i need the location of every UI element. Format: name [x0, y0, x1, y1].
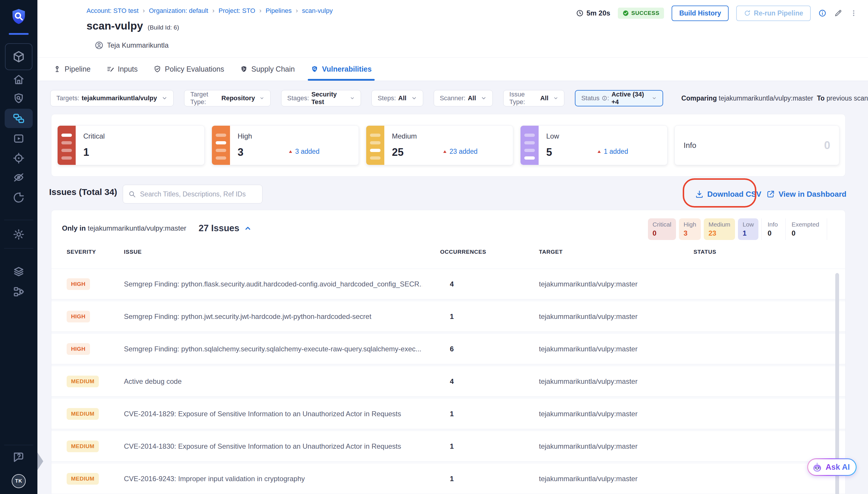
chip-label: High	[683, 221, 696, 228]
page-title-row: scan-vulpy (Build Id: 6)	[86, 20, 179, 32]
filter-steps[interactable]: Steps:All	[371, 90, 423, 107]
rerun-pipeline-button[interactable]: Re-run Pipeline	[736, 5, 811, 21]
issues-search-box[interactable]	[123, 185, 263, 204]
filter-targets[interactable]: Targets:tejakummarikuntla/vulpy	[50, 90, 174, 107]
column-header-severity: SEVERITY	[66, 249, 96, 255]
supply-chain-icon	[240, 65, 248, 73]
filter-issue-type[interactable]: Issue Type:All	[503, 90, 564, 107]
ask-ai-button[interactable]: Ask AI	[807, 458, 856, 476]
card-count: 3	[237, 146, 244, 158]
page-title: scan-vulpy	[86, 20, 143, 32]
breadcrumb-separator: ›	[259, 7, 261, 15]
target-name: tejakummarikuntla/vulpy:master	[539, 312, 637, 321]
nav-project-settings-icon[interactable]	[13, 228, 25, 241]
tab-policy-evaluations[interactable]: Policy Evaluations	[153, 58, 224, 81]
severity-chips-row: Critical0High3Medium23Low1Info0Exempted0	[648, 218, 827, 240]
edit-pipeline-icon[interactable]	[834, 9, 842, 17]
severity-bar-icon	[521, 126, 539, 165]
severity-bar-icon	[366, 126, 384, 165]
chip-value: 3	[683, 229, 696, 238]
sidebar-expand-handle[interactable]	[37, 453, 43, 470]
nav-home-icon[interactable]	[13, 73, 25, 86]
breadcrumb-item[interactable]: Pipelines	[266, 7, 292, 15]
card-added-delta: 3 added	[288, 148, 320, 155]
filter-stages[interactable]: Stages:Security Test	[281, 90, 361, 107]
breadcrumb-separator: ›	[296, 7, 298, 15]
severity-badge: MEDIUM	[66, 376, 99, 387]
chip-low[interactable]: Low1	[738, 218, 759, 240]
tab-supply-chain[interactable]: Supply Chain	[240, 58, 295, 81]
breadcrumb-item[interactable]: Account: STO test	[86, 7, 138, 15]
chip-label: Info	[768, 221, 778, 228]
chip-info[interactable]: Info0	[761, 218, 783, 240]
tab-vulnerabilities[interactable]: Vulnerabilities	[311, 58, 372, 81]
column-header-target: TARGET	[539, 249, 563, 255]
nav-baselines-icon[interactable]	[13, 191, 25, 204]
triangle-up-icon	[442, 149, 447, 154]
search-input[interactable]	[139, 190, 257, 198]
breadcrumb-item[interactable]: Organization: default	[149, 7, 208, 15]
sto-logo-icon[interactable]	[10, 7, 27, 26]
severity-badge: MEDIUM	[66, 473, 99, 484]
table-row[interactable]: HIGH Semgrep Finding: python.sqlalchemy.…	[52, 334, 845, 364]
page-header: Account: STO test›Organization: default›…	[37, 0, 868, 81]
nav-infrastructure-icon[interactable]	[13, 286, 25, 298]
severity-badge: MEDIUM	[66, 440, 99, 452]
severity-badge: HIGH	[66, 343, 90, 355]
chip-medium[interactable]: Medium23	[704, 218, 735, 240]
ai-mascot-icon	[812, 461, 823, 473]
tab-pipeline[interactable]: Pipeline	[53, 58, 91, 81]
breadcrumb-item[interactable]: Project: STO	[218, 7, 255, 15]
cube-module-icon	[12, 50, 25, 63]
nav-test-targets-icon[interactable]	[13, 152, 25, 164]
issue-title: Semgrep Finding: python.flask.security.a…	[124, 280, 422, 288]
filters-row: Targets:tejakummarikuntla/vulpyTarget Ty…	[50, 90, 868, 107]
card-count: 5	[546, 146, 552, 158]
filter-target-type[interactable]: Target Type:Repository	[184, 90, 271, 107]
download-csv-button[interactable]: Download CSV	[695, 186, 761, 202]
help-chat-icon[interactable]	[12, 450, 25, 463]
triangle-up-icon	[288, 149, 293, 154]
chip-value: 23	[709, 229, 730, 238]
more-options-icon[interactable]	[850, 10, 857, 17]
tab-inputs[interactable]: Inputs	[107, 58, 138, 81]
build-history-button[interactable]: Build History	[672, 5, 729, 21]
info-icon[interactable]	[818, 9, 827, 17]
triggered-by-user: Teja Kummarikuntla	[95, 41, 169, 50]
target-name: tejakummarikuntla/vulpy:master	[539, 475, 637, 483]
chip-label: Exempted	[791, 221, 819, 228]
chip-exempted[interactable]: Exempted0	[785, 218, 827, 240]
table-row[interactable]: MEDIUM Active debug code 4 tejakummariku…	[52, 366, 845, 397]
occurrences-count: 4	[433, 280, 471, 288]
success-check-icon	[622, 10, 629, 16]
table-row[interactable]: HIGH Semgrep Finding: python.jwt.securit…	[52, 301, 845, 332]
nav-environments-icon[interactable]	[13, 266, 25, 278]
filter-scanner[interactable]: Scanner:All	[434, 90, 493, 107]
only-in-label: Only in	[62, 224, 85, 232]
chip-label: Low	[742, 221, 754, 228]
chevron-up-icon[interactable]	[244, 225, 252, 232]
view-in-dashboard-button[interactable]: View in Dashboard	[766, 186, 846, 202]
filter-status[interactable]: Status:Active (34) +4	[575, 90, 663, 107]
chip-value: 0	[768, 229, 778, 238]
card-label: Low	[546, 132, 559, 140]
nav-overview-icon[interactable]	[13, 92, 25, 104]
table-row[interactable]: HIGH Semgrep Finding: python.flask.secur…	[52, 269, 845, 299]
user-avatar[interactable]: TK	[12, 474, 26, 488]
severity-bar-icon	[58, 126, 76, 165]
nav-exemptions-icon[interactable]	[13, 171, 25, 184]
breadcrumb: Account: STO test›Organization: default›…	[86, 7, 333, 15]
nav-pipelines-icon[interactable]	[5, 109, 33, 128]
table-row[interactable]: MEDIUM CVE-2014-1830: Exposure of Sensit…	[52, 431, 845, 461]
module-selector-button[interactable]	[5, 43, 33, 70]
issue-title: CVE-2014-1829: Exposure of Sensitive Inf…	[124, 410, 401, 418]
chevron-down-icon	[411, 95, 417, 101]
nav-executions-icon[interactable]	[13, 132, 25, 145]
chip-high[interactable]: High3	[679, 218, 701, 240]
chip-critical[interactable]: Critical0	[648, 218, 676, 240]
table-row[interactable]: MEDIUM CVE-2014-1829: Exposure of Sensit…	[52, 399, 845, 429]
card-added-delta: 23 added	[442, 148, 478, 155]
group-target-name: tejakummarikuntla/vulpy:master	[88, 224, 186, 232]
breadcrumb-item[interactable]: scan-vulpy	[302, 7, 333, 15]
table-row[interactable]: MEDIUM CVE-2016-9243: Improper input val…	[52, 463, 845, 494]
